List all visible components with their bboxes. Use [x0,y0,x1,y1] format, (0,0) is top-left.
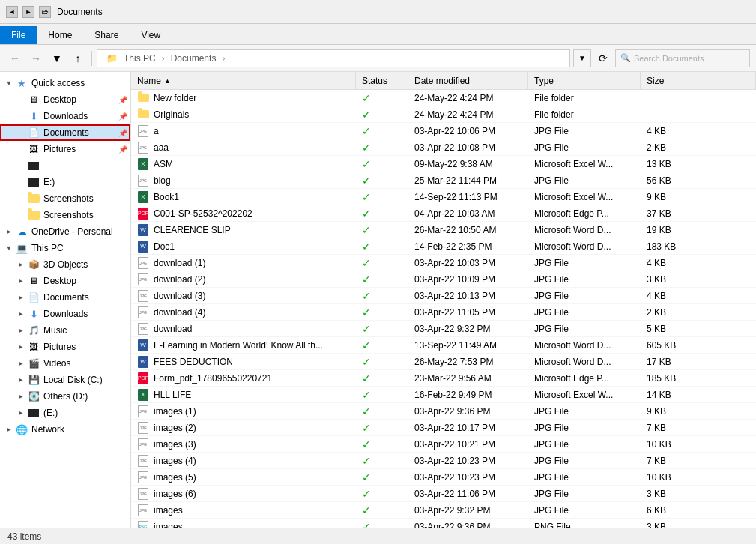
file-list-header: Name ▲ Status Date modified Type Size [131,72,756,90]
table-row[interactable]: JPG download (4) ✓ 03-Apr-22 11:05 PM JP… [131,304,756,321]
sidebar-item-3dobjects[interactable]: ► 📦 3D Objects [0,256,130,273]
file-name-cell: JPG download (2) [131,271,356,287]
table-row[interactable]: New folder ✓ 24-May-22 4:24 PM File fold… [131,90,756,106]
address-box[interactable]: 📁 This PC › Documents › [97,49,570,67]
sidebar-item-downloads[interactable]: ⬇ Downloads 📌 [0,108,130,124]
file-status-cell: ✓ [356,486,408,501]
sidebar-pictures-label: Pictures [43,144,118,154]
address-dropdown-button[interactable]: ▼ [573,49,591,67]
tab-home[interactable]: Home [37,26,83,44]
table-row[interactable]: JPG images (2) ✓ 03-Apr-22 10:17 PM JPG … [131,420,756,436]
table-row[interactable]: JPG a ✓ 03-Apr-22 10:06 PM JPG File 4 KB [131,123,756,139]
table-row[interactable]: JPG blog ✓ 25-Mar-22 11:44 PM JPG File 5… [131,172,756,189]
col-header-status[interactable]: Status [356,72,408,89]
sidebar-item-blackbox1[interactable] [0,157,130,174]
sidebar-item-screenshots2[interactable]: Screenshots [0,207,130,223]
onedrive-toggle[interactable]: ► [3,228,15,235]
back-button[interactable]: ← [6,49,24,67]
sidebar-item-music[interactable]: ► 🎵 Music [0,322,130,339]
file-type-icon: JPG [137,438,149,450]
documentspc-toggle[interactable]: ► [15,294,27,301]
table-row[interactable]: JPG images (6) ✓ 03-Apr-22 11:06 PM JPG … [131,486,756,502]
sidebar-item-onedrive[interactable]: ► ☁ OneDrive - Personal [0,223,130,240]
table-row[interactable]: W E-Learning in Modern World! Know All t… [131,337,756,354]
table-row[interactable]: JPG images ✓ 03-Apr-22 9:32 PM JPG File … [131,502,756,519]
address-part-pc[interactable]: 📁 [106,53,118,64]
tab-file[interactable]: File [0,26,37,44]
pc-icon: 💻 [15,243,28,253]
videos-toggle[interactable]: ► [15,360,27,367]
up-button[interactable]: ↑ [69,49,87,67]
sidebar-item-localdisk-c[interactable]: ► 💾 Local Disk (C:) [0,372,130,388]
table-row[interactable]: PDF Form_pdf_178096550220721 ✓ 23-Mar-22… [131,370,756,387]
file-status-cell: ✓ [356,156,408,172]
table-row[interactable]: W FEES DEDUCTION ✓ 26-May-22 7:53 PM Mic… [131,354,756,370]
sidebar-item-downloads-pc[interactable]: ► ⬇ Downloads [0,306,130,322]
sidebar-item-desktop-pc[interactable]: ► 🖥 Desktop [0,273,130,289]
sidebar-item-this-pc[interactable]: ▼ 💻 This PC [0,240,130,256]
address-separator-1: This PC [124,53,156,64]
file-name: images (3) [154,439,196,450]
refresh-button[interactable]: ⟳ [594,49,612,67]
table-row[interactable]: JPG aaa ✓ 03-Apr-22 10:08 PM JPG File 2 … [131,139,756,156]
table-row[interactable]: JPG images (1) ✓ 03-Apr-22 9:36 PM JPG F… [131,403,756,420]
col-header-date[interactable]: Date modified [408,72,528,89]
desktoppc-toggle[interactable]: ► [15,277,27,285]
tab-share[interactable]: Share [83,26,130,44]
file-status-cell: ✓ [356,370,408,386]
recent-locations-button[interactable]: ▼ [48,49,66,67]
edrivepc-toggle[interactable]: ► [15,409,27,417]
pin-icon-dl: 📌 [118,112,127,121]
music-toggle[interactable]: ► [15,327,27,334]
table-row[interactable]: JPG images (4) ✓ 03-Apr-22 10:23 PM JPG … [131,453,756,469]
address-part-documents[interactable]: Documents [171,53,217,64]
table-row[interactable]: W Doc1 ✓ 14-Feb-22 2:35 PM Microsoft Wor… [131,238,756,255]
sidebar-item-documents[interactable]: 📄 Documents 📌 [0,124,130,141]
table-row[interactable]: JPG images (3) ✓ 03-Apr-22 10:21 PM JPG … [131,436,756,453]
sidebar-item-videos[interactable]: ► 🎬 Videos [0,355,130,372]
address-chevron-1: › [162,53,165,64]
table-row[interactable]: X ASM ✓ 09-May-22 9:38 AM Microsoft Exce… [131,156,756,172]
file-date-cell: 03-Apr-22 10:13 PM [408,288,528,303]
sidebar-item-pictures[interactable]: 🖼 Pictures 📌 [0,141,130,157]
table-row[interactable]: W CLEARENCE SLIP ✓ 26-Mar-22 10:50 AM Mi… [131,222,756,238]
downloadspc-toggle[interactable]: ► [15,310,27,318]
localc-toggle[interactable]: ► [15,376,27,384]
file-type-icon: PDF [137,208,149,220]
sidebar-item-e-drive[interactable]: E:) [0,174,130,190]
table-row[interactable]: Originals ✓ 24-May-22 4:24 PM File folde… [131,106,756,123]
table-row[interactable]: JPG download (1) ✓ 03-Apr-22 10:03 PM JP… [131,255,756,271]
picturespc-toggle[interactable]: ► [15,343,27,351]
table-row[interactable]: JPG download (3) ✓ 03-Apr-22 10:13 PM JP… [131,288,756,304]
sidebar-item-network[interactable]: ► 🌐 Network [0,421,130,438]
file-name: download [154,324,192,334]
forward-button[interactable]: → [27,49,45,67]
sidebar-item-e-drive-pc[interactable]: ► (E:) [0,405,130,421]
sidebar-item-quick-access[interactable]: ▼ ★ Quick access [0,75,130,91]
col-header-type[interactable]: Type [528,72,641,89]
table-row[interactable]: JPG download (2) ✓ 03-Apr-22 10:09 PM JP… [131,271,756,288]
table-row[interactable]: JPG download ✓ 03-Apr-22 9:32 PM JPG Fil… [131,321,756,337]
thispc-toggle[interactable]: ▼ [3,244,15,252]
sidebar-item-others-d[interactable]: ► 💽 Others (D:) [0,388,130,405]
sidebar-item-screenshots1[interactable]: Screenshots [0,190,130,207]
sidebar-item-pictures-pc[interactable]: ► 🖼 Pictures [0,339,130,355]
sidebar-item-desktop[interactable]: 🖥 Desktop 📌 [0,91,130,108]
col-header-size[interactable]: Size [641,72,756,89]
table-row[interactable]: PNG images ✓ 03-Apr-22 9:36 PM PNG File … [131,519,756,528]
file-name-cell: PDF C001-SP-52532^202202 [131,205,356,221]
file-type-cell: Microsoft Edge P... [528,370,641,386]
tab-view[interactable]: View [130,26,172,44]
othersd-toggle[interactable]: ► [15,393,27,400]
table-row[interactable]: X HLL LIFE ✓ 16-Feb-22 9:49 PM Microsoft… [131,387,756,403]
table-row[interactable]: X Book1 ✓ 14-Sep-22 11:13 PM Microsoft E… [131,189,756,205]
table-row[interactable]: PDF C001-SP-52532^202202 ✓ 04-Apr-22 10:… [131,205,756,222]
file-type-icon: JPG [137,471,149,483]
network-toggle[interactable]: ► [3,426,15,433]
sidebar-item-documents-pc[interactable]: ► 📄 Documents [0,289,130,306]
3dobjects-toggle[interactable]: ► [15,261,27,268]
search-box[interactable]: 🔍 Search Documents [615,49,750,67]
quick-access-toggle[interactable]: ▼ [3,79,15,87]
col-header-name[interactable]: Name ▲ [131,72,356,89]
table-row[interactable]: JPG images (5) ✓ 03-Apr-22 10:23 PM JPG … [131,469,756,486]
